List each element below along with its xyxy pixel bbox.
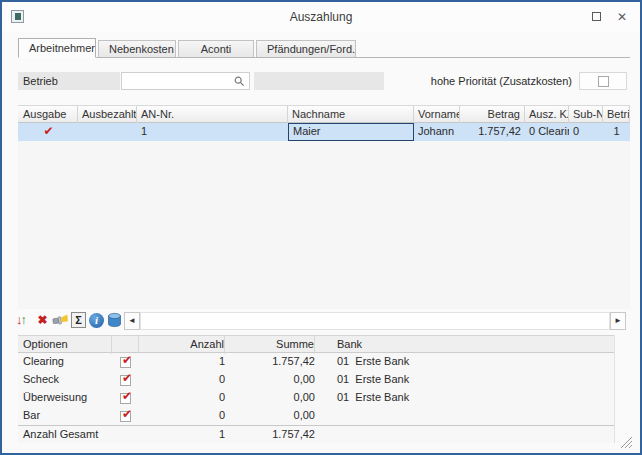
h-scrollbar-track[interactable] (140, 312, 610, 330)
tab-nebenkosten[interactable]: Nebenkosten (98, 40, 176, 57)
tab-pfaendungen[interactable]: Pfändungen/Ford. (256, 40, 356, 57)
col-an-nr[interactable]: AN-Nr. (137, 106, 288, 124)
employee-table: Ausgabe Ausbezahlt AN-Nr. Nachname Vorna… (18, 105, 630, 141)
employee-table-header: Ausgabe Ausbezahlt AN-Nr. Nachname Vorna… (18, 105, 630, 123)
tab-arbeitnehmer[interactable]: Arbeitnehmer (18, 38, 96, 58)
options-table: Optionen Anzahl Summe Bank Clearing ✔ 1 … (18, 335, 615, 443)
maximize-icon (592, 12, 601, 21)
cell-betrag[interactable]: 1.757,42 (460, 123, 525, 141)
option-summe: 0,00 (227, 371, 315, 389)
col-sub-nr[interactable]: Sub-Nr. (569, 106, 603, 124)
ueberweisung-checkbox[interactable]: ✔ (120, 393, 131, 404)
option-bank: 01 Erste Bank (315, 389, 611, 407)
option-summe: 1.757,42 (227, 426, 315, 444)
close-button[interactable]: ✕ (612, 8, 632, 26)
option-row-scheck: Scheck ✔ 0 0,00 01 Erste Bank (18, 371, 614, 389)
option-label: Anzahl Gesamt (18, 426, 112, 444)
scroll-right-button[interactable]: ► (610, 312, 626, 330)
option-row-gesamt: Anzahl Gesamt 1 1.757,42 (18, 425, 614, 443)
option-bank (315, 407, 611, 425)
employee-row-selected[interactable]: ✔ 1 Maier Johann 1.757,42 0 Clearing 0 1 (18, 123, 630, 141)
flashlight-icon[interactable] (52, 312, 69, 329)
sum-icon[interactable]: Σ (71, 312, 86, 328)
option-row-bar: Bar ✔ 0 0,00 (18, 407, 614, 425)
scroll-left-button[interactable]: ◄ (124, 312, 140, 330)
betrieb-search-input[interactable] (121, 72, 250, 90)
col-vorname[interactable]: Vorname (414, 106, 460, 124)
priority-checkbox[interactable] (598, 76, 609, 87)
option-bank (315, 426, 611, 444)
option-summe: 1.757,42 (227, 353, 315, 371)
employee-table-body[interactable] (18, 141, 630, 309)
col-nachname[interactable]: Nachname (288, 106, 414, 124)
col-optionen: Optionen (18, 336, 112, 354)
option-label: Clearing (18, 353, 112, 371)
cell-vorname[interactable]: Johann (414, 123, 460, 141)
maximize-button[interactable] (586, 8, 606, 26)
cell-betrieb[interactable]: 1 (603, 123, 630, 141)
tab-bar: Arbeitnehmer Nebenkosten Aconti Pfändung… (18, 38, 630, 58)
options-table-header: Optionen Anzahl Summe Bank (18, 335, 614, 353)
cell-ausz-kz[interactable]: 0 Clearing (525, 123, 569, 141)
col-anzahl: Anzahl (139, 336, 225, 354)
option-label: Scheck (18, 371, 112, 389)
col-ausbezahlt[interactable]: Ausbezahlt (78, 106, 137, 124)
cell-an-nr[interactable]: 1 (137, 123, 288, 141)
refresh-icon[interactable]: ↓↑ (13, 312, 30, 329)
betrieb-label: Betrieb (18, 72, 120, 90)
col-betrag[interactable]: Betrag (460, 106, 525, 124)
col-ausz-kz[interactable]: Ausz. KZ (525, 106, 569, 124)
option-summe: 0,00 (227, 407, 315, 425)
cell-nachname-focused[interactable]: Maier (288, 123, 414, 141)
cell-ausgabe: ✔ (19, 123, 78, 141)
cell-ausbezahlt[interactable] (78, 123, 137, 141)
option-row-clearing: Clearing ✔ 1 1.757,42 01 Erste Bank (18, 353, 614, 371)
toolbar: ↓↑ ✖ Σ i ◄ ► (2, 311, 642, 331)
clearing-checkbox[interactable]: ✔ (120, 357, 131, 368)
betrieb-name-field (254, 72, 384, 90)
option-row-ueberweisung: Überweisung ✔ 0 0,00 01 Erste Bank (18, 389, 614, 407)
database-icon[interactable] (106, 312, 123, 329)
option-anzahl: 1 (139, 353, 225, 371)
scheck-checkbox[interactable]: ✔ (120, 375, 131, 386)
option-label: Überweisung (18, 389, 112, 407)
search-icon (234, 76, 245, 87)
option-bank: 01 Erste Bank (315, 353, 611, 371)
priority-checkbox-field (579, 72, 627, 90)
window-title: Auszahlung (2, 10, 640, 24)
check-icon[interactable]: ✔ (43, 124, 53, 138)
bar-checkbox[interactable]: ✔ (120, 411, 131, 422)
col-betrieb[interactable]: Betrieb (603, 106, 630, 124)
info-icon[interactable]: i (89, 313, 104, 328)
option-summe: 0,00 (227, 389, 315, 407)
col-summe: Summe (227, 336, 315, 354)
delete-icon[interactable]: ✖ (34, 312, 51, 329)
option-anzahl: 0 (139, 371, 225, 389)
option-bank: 01 Erste Bank (315, 371, 611, 389)
option-anzahl: 1 (139, 426, 225, 444)
col-bank: Bank (315, 336, 611, 354)
option-anzahl: 0 (139, 407, 225, 425)
tab-aconti[interactable]: Aconti (178, 40, 254, 57)
option-label: Bar (18, 407, 112, 425)
auszahlung-window: Auszahlung ✕ Arbeitnehmer Nebenkosten Ac… (0, 0, 642, 455)
col-ausgabe[interactable]: Ausgabe (19, 106, 78, 124)
option-anzahl: 0 (139, 389, 225, 407)
cell-sub-nr[interactable]: 0 (569, 123, 603, 141)
priority-label: hohe Priorität (Zusatzkosten) (422, 72, 572, 90)
title-bar: Auszahlung ✕ (2, 2, 640, 32)
col-check (112, 336, 139, 354)
resize-grip[interactable] (620, 436, 633, 449)
